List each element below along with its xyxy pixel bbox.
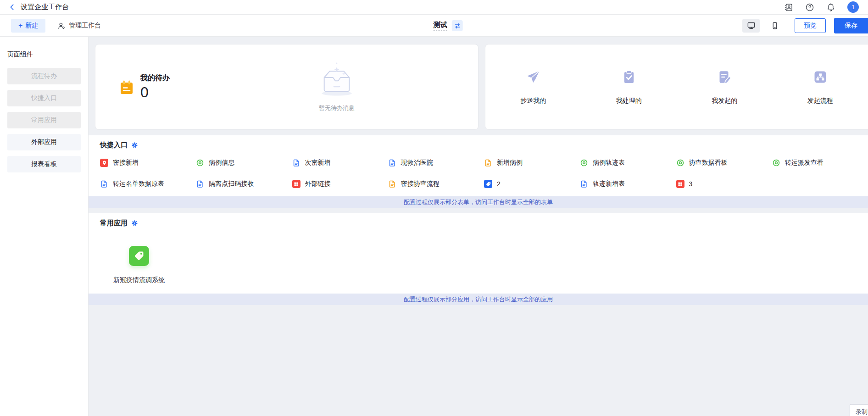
quick-entry-item[interactable]: 协查数据看板	[676, 159, 772, 167]
quick-entry-item[interactable]: 次密新增	[292, 159, 388, 167]
back-button[interactable]	[8, 3, 16, 11]
quick-entry-title: 快捷入口	[100, 141, 128, 150]
workbench-canvas: 我的待办 0 暂无待办消息	[89, 37, 868, 416]
quick-entry-item[interactable]: 2	[484, 180, 580, 188]
orange-doc-icon	[388, 180, 396, 188]
user-avatar[interactable]: 1	[847, 1, 859, 13]
components-sidebar: 页面组件 流程待办 快捷入口 常用应用 外部应用 报表看板	[0, 37, 89, 416]
red-grid-icon	[292, 180, 300, 188]
manage-workbench-button[interactable]: 管理工作台	[57, 22, 101, 30]
red-grid-icon	[676, 180, 684, 188]
quick-entry-item[interactable]: 病例信息	[196, 159, 292, 167]
app-label: 新冠疫情流调系统	[113, 276, 165, 284]
gear-icon	[131, 142, 138, 149]
green-target-icon	[772, 159, 780, 167]
green-target-icon	[196, 159, 204, 167]
action-start-flow[interactable]: 发起流程	[773, 69, 868, 105]
quick-entry-item[interactable]: 转运名单数据原表	[100, 180, 196, 188]
monitor-icon	[747, 21, 756, 30]
quick-entry-item[interactable]: 隔离点扫码接收	[196, 180, 292, 188]
sidebar-title: 页面组件	[7, 50, 81, 59]
quick-entry-item[interactable]: 轨迹新增表	[580, 180, 676, 188]
document-edit-icon	[717, 69, 732, 85]
action-handled-by-me[interactable]: 我处理的	[581, 69, 677, 105]
common-apps-section: 常用应用 新冠疫情流调系统 配置过程仅展示部分应用，访问工作台时显示全部的应用	[89, 213, 868, 305]
editor-toolbar: + 新建 管理工作台 测试	[0, 15, 868, 37]
common-apps-title: 常用应用	[100, 219, 128, 227]
sidebar-item-report-board[interactable]: 报表看板	[7, 156, 81, 172]
quick-entry-item[interactable]: 外部链接	[292, 180, 388, 188]
green-tag-app-icon	[129, 246, 149, 266]
app-tile[interactable]: 新冠疫情流调系统	[109, 246, 169, 284]
app-header: 设置企业工作台 1	[0, 0, 868, 15]
mobile-view-toggle[interactable]	[766, 19, 784, 33]
plus-icon: +	[18, 22, 22, 29]
phone-icon	[771, 22, 779, 30]
quick-entry-item[interactable]: 密接新增	[100, 159, 196, 167]
red-pin-icon	[100, 159, 108, 167]
action-cc-to-me[interactable]: 抄送我的	[485, 69, 581, 105]
person-gear-icon	[57, 22, 66, 30]
blue-doc-icon	[196, 180, 204, 188]
workbench-name: 测试	[434, 21, 447, 31]
blue-doc-icon	[388, 159, 396, 167]
sidebar-item-common-apps: 常用应用	[7, 112, 81, 128]
save-button[interactable]: 保存	[834, 18, 868, 33]
flow-icon	[812, 69, 828, 85]
common-apps-notice: 配置过程仅展示部分应用，访问工作台时显示全部的应用	[89, 294, 868, 305]
todo-clipboard-icon	[118, 79, 135, 95]
preview-button[interactable]: 预览	[795, 18, 826, 33]
todo-empty-text: 暂无待办消息	[319, 104, 355, 112]
desktop-view-toggle[interactable]	[742, 19, 760, 33]
quick-entry-section: 快捷入口 密接新增 病例信息 次密新增	[89, 135, 868, 208]
record-widget[interactable]: 录制	[850, 404, 868, 416]
clipboard-check-icon	[621, 69, 637, 85]
quick-entry-item[interactable]: 密接协查流程	[388, 180, 484, 188]
todo-count: 0	[140, 84, 170, 101]
quick-entry-item[interactable]: 3	[676, 180, 772, 188]
todo-title: 我的待办	[140, 73, 170, 83]
quick-entry-item[interactable]: 病例轨迹表	[580, 159, 676, 167]
quick-entry-notice: 配置过程仅展示部分表单，访问工作台时显示全部的表单	[89, 196, 868, 208]
send-icon	[525, 69, 541, 85]
orange-doc-icon	[484, 159, 492, 167]
quick-entry-item[interactable]: 转运派发查看	[772, 159, 868, 167]
quick-entry-item[interactable]: 新增病例	[484, 159, 580, 167]
green-target-icon	[580, 159, 588, 167]
blue-tag-icon	[484, 180, 492, 188]
empty-inbox-icon	[311, 60, 362, 97]
quick-entry-settings-button[interactable]	[131, 142, 138, 149]
sidebar-item-external-apps[interactable]: 外部应用	[7, 134, 81, 150]
quick-entry-item[interactable]: 现救治医院	[388, 159, 484, 167]
common-apps-settings-button[interactable]	[131, 220, 138, 227]
my-todo-card[interactable]: 我的待办 0 暂无待办消息	[95, 44, 479, 130]
sidebar-item-quick-entry: 快捷入口	[7, 90, 81, 106]
green-target-icon	[676, 159, 684, 167]
swap-icon	[454, 22, 461, 29]
bell-icon[interactable]	[826, 3, 835, 12]
gear-icon	[131, 220, 138, 227]
address-book-icon[interactable]	[784, 3, 793, 12]
action-started-by-me[interactable]: 我发起的	[677, 69, 773, 105]
chevron-left-icon	[8, 3, 16, 11]
blue-doc-icon	[292, 159, 300, 167]
help-icon[interactable]	[805, 3, 814, 12]
switch-workbench-button[interactable]	[452, 20, 463, 31]
page-title: 设置企业工作台	[21, 3, 69, 11]
blue-doc-icon	[100, 180, 108, 188]
blue-doc-icon	[580, 180, 588, 188]
quick-entry-grid: 密接新增 病例信息 次密新增 现救治医院 新增病例	[89, 159, 868, 188]
flow-actions-card: 抄送我的 我处理的 我发起的	[485, 44, 868, 130]
sidebar-item-process-todo: 流程待办	[7, 68, 81, 84]
todo-empty-state: 暂无待办消息	[311, 60, 362, 112]
new-button[interactable]: + 新建	[11, 19, 45, 33]
